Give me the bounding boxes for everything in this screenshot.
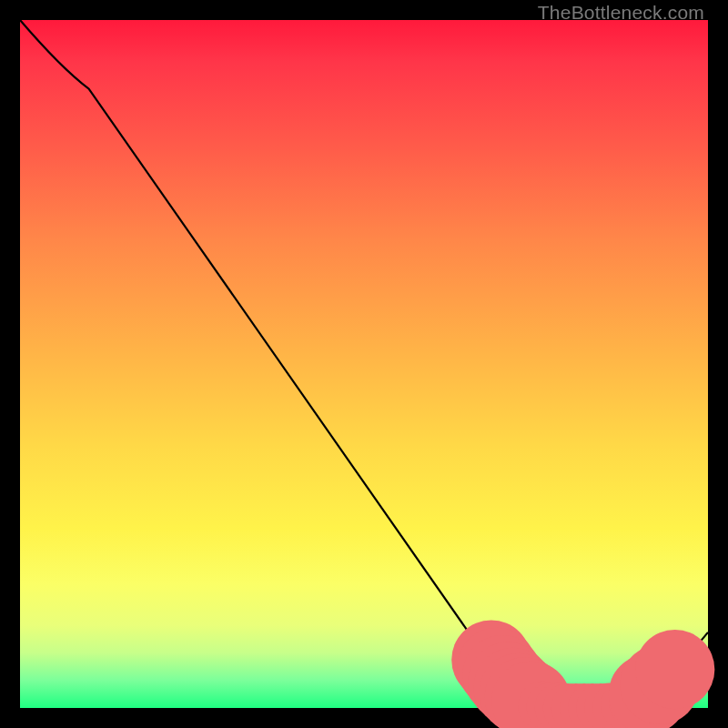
data-dot xyxy=(635,630,714,709)
bottleneck-curve xyxy=(20,20,708,708)
watermark-text: TheBottleneck.com xyxy=(538,2,704,24)
plot-area xyxy=(20,20,708,708)
chart-frame: TheBottleneck.com xyxy=(0,0,728,728)
dot-group xyxy=(451,620,714,728)
curve-svg xyxy=(20,20,708,708)
